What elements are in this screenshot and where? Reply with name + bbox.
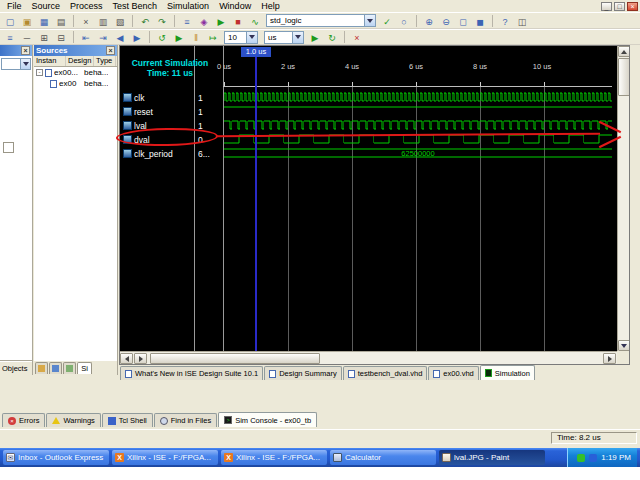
horizontal-scroll-thumb[interactable] (150, 353, 320, 364)
cut-icon[interactable]: × (78, 14, 94, 28)
tab-testbench-dval-vhd[interactable]: testbench_dval.vhd (343, 366, 428, 380)
sim-time-value-combo[interactable]: 10 (224, 31, 258, 44)
minimize-button[interactable]: _ (601, 2, 612, 11)
scroll-right-end-icon[interactable] (603, 353, 616, 364)
dval-waveform[interactable] (224, 133, 612, 145)
taskbar-clock[interactable]: 1:19 PM (601, 453, 631, 462)
tab-libraries-view[interactable] (63, 362, 76, 374)
signal-row-clk[interactable]: clk 1 (120, 90, 629, 104)
menu-simulation[interactable]: Simulation (162, 1, 214, 11)
taskbar-button-outlook[interactable]: Inbox - Outlook Express (3, 450, 109, 465)
clk-waveform[interactable] (224, 91, 612, 103)
paste-icon[interactable]: ▧ (112, 14, 128, 28)
menu-process[interactable]: Process (65, 1, 108, 11)
chevron-down-icon[interactable] (292, 32, 303, 43)
signal-row-lval[interactable]: lval 1 (120, 118, 629, 132)
restore-button[interactable]: □ (614, 2, 625, 11)
chevron-down-icon[interactable] (246, 32, 257, 43)
close-icon[interactable] (106, 46, 115, 55)
tray-network-icon[interactable] (589, 454, 597, 462)
add-signal-icon[interactable]: ≡ (2, 30, 18, 44)
waveform-canvas[interactable]: Current Simulation Time: 11 us 1.0 us 0 … (120, 46, 629, 351)
reset-waveform[interactable] (224, 105, 612, 117)
tab-errors[interactable]: Errors (2, 413, 45, 427)
sim-time-unit-combo[interactable]: us (264, 31, 304, 44)
step-simulation-icon[interactable]: ↦ (205, 30, 221, 44)
taskbar-button-paint[interactable]: lval.JPG - Paint (439, 450, 545, 465)
zoom-in-icon[interactable]: ⊕ (421, 14, 437, 28)
redo-icon[interactable]: ↷ (154, 14, 170, 28)
copy-icon[interactable]: ▥ (95, 14, 111, 28)
project-hierarchy-icon[interactable]: ≡ (179, 14, 195, 28)
chevron-down-icon[interactable] (20, 59, 30, 69)
tab-snapshots-view[interactable] (49, 362, 62, 374)
tab-sources-view[interactable] (35, 362, 48, 374)
rerun-icon[interactable]: ↻ (324, 30, 340, 44)
next-marker-icon[interactable]: ▶ (129, 30, 145, 44)
menu-help[interactable]: Help (256, 1, 285, 11)
run-simulation-icon[interactable]: ▶ (213, 14, 229, 28)
tray-status-icon[interactable] (577, 454, 585, 462)
compile-icon[interactable]: ◈ (196, 14, 212, 28)
tab-find-in-files[interactable]: Find in Files (154, 413, 217, 427)
tab-warnings[interactable]: Warnings (46, 413, 100, 427)
menu-source[interactable]: Source (27, 1, 66, 11)
menu-window[interactable]: Window (214, 1, 256, 11)
tab-tcl-shell[interactable]: Tcl Shell (102, 413, 153, 427)
column-instance[interactable]: Instan (34, 56, 66, 66)
goto-next-edge-icon[interactable]: ⇥ (95, 30, 111, 44)
signal-row-reset[interactable]: reset 1 (120, 104, 629, 118)
goto-previous-edge-icon[interactable]: ⇤ (78, 30, 94, 44)
tab-sim-console[interactable]: Sim Console - ex00_tb (218, 412, 317, 427)
zoom-area-icon[interactable]: ◼ (472, 14, 488, 28)
new-source-icon[interactable]: ▢ (2, 14, 18, 28)
help-icon[interactable]: ? (497, 14, 513, 28)
time-cursor[interactable] (255, 57, 257, 351)
tab-simulation[interactable]: Simulation (480, 365, 535, 380)
open-project-icon[interactable]: ▣ (19, 14, 35, 28)
cascade-windows-icon[interactable]: ◫ (514, 14, 530, 28)
vertical-scroll-thumb[interactable] (618, 58, 629, 96)
waveform-viewer-icon[interactable]: ∿ (247, 14, 263, 28)
scroll-left-icon[interactable] (120, 353, 133, 364)
waveform-horizontal-scrollbar[interactable] (120, 351, 617, 364)
close-button[interactable]: × (627, 2, 638, 11)
close-icon[interactable] (21, 46, 30, 55)
taskbar-button-calculator[interactable]: Calculator (330, 450, 436, 465)
find-icon[interactable]: ○ (396, 14, 412, 28)
waveform-vertical-scrollbar[interactable] (617, 46, 629, 351)
tab-sim-view[interactable]: Si (77, 362, 92, 374)
taskbar-button-xilinx-2[interactable]: Xilinx - ISE - F:/FPGA... (221, 450, 327, 465)
tab-objects[interactable]: Objects (0, 361, 32, 375)
source-tree-row[interactable]: ex00... beha... (34, 67, 117, 78)
left-panel-combo[interactable] (1, 58, 31, 70)
pause-simulation-icon[interactable]: ‖ (188, 30, 204, 44)
run-for-time-icon[interactable]: ▶ (307, 30, 323, 44)
scroll-down-icon[interactable] (618, 340, 629, 351)
left-panel-titlebar[interactable] (0, 45, 32, 56)
collapse-bus-icon[interactable]: ⊟ (53, 30, 69, 44)
add-divider-icon[interactable]: ─ (19, 30, 35, 44)
previous-marker-icon[interactable]: ◀ (112, 30, 128, 44)
column-type[interactable]: Type (94, 56, 116, 66)
chevron-down-icon[interactable] (364, 15, 375, 26)
zoom-full-view-icon[interactable]: ◻ (455, 14, 471, 28)
source-tree-row[interactable]: ex00 beha... (34, 78, 117, 89)
signal-type-combo[interactable]: std_logic (266, 14, 376, 27)
column-design[interactable]: Design (66, 56, 94, 66)
cursor-time-badge[interactable]: 1.0 us (241, 47, 271, 57)
collapse-expander-icon[interactable] (36, 69, 43, 76)
check-syntax-icon[interactable]: ✓ (379, 14, 395, 28)
stop-simulation-icon[interactable]: ■ (230, 14, 246, 28)
undo-icon[interactable]: ↶ (137, 14, 153, 28)
menu-test-bench[interactable]: Test Bench (108, 1, 163, 11)
tab-ex00-vhd[interactable]: ex00.vhd (428, 366, 478, 380)
signal-row-clk-period[interactable]: clk_period 6... 62500000 (120, 146, 629, 160)
menu-file[interactable]: File (2, 1, 27, 11)
close-simulation-icon[interactable]: × (349, 30, 365, 44)
scroll-right-icon[interactable] (134, 353, 147, 364)
tab-design-summary[interactable]: Design Summary (264, 366, 342, 380)
sources-panel-titlebar[interactable]: Sources (34, 45, 117, 56)
save-icon[interactable]: ▦ (36, 14, 52, 28)
tab-whats-new[interactable]: What's New in ISE Design Suite 10.1 (120, 366, 263, 380)
